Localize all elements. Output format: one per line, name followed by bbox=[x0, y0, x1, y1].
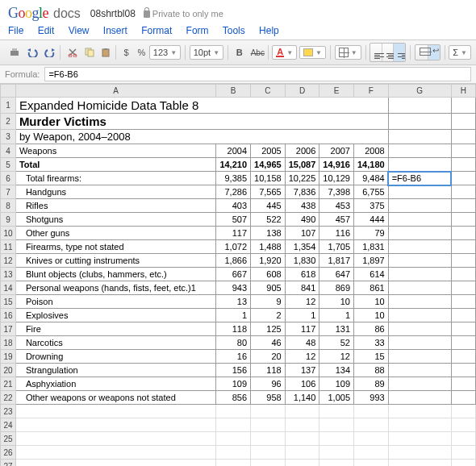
row-header[interactable]: 3 bbox=[1, 130, 16, 144]
cell[interactable] bbox=[451, 418, 475, 432]
cell[interactable] bbox=[388, 254, 451, 268]
cell[interactable] bbox=[388, 364, 451, 377]
paste-button[interactable] bbox=[97, 44, 111, 60]
cell[interactable]: 13 bbox=[216, 295, 251, 309]
cell[interactable]: 79 bbox=[354, 227, 389, 240]
cell[interactable]: 20 bbox=[251, 350, 286, 364]
row-header[interactable]: 13 bbox=[1, 268, 16, 281]
cell[interactable]: 86 bbox=[354, 322, 389, 336]
cell[interactable]: 1,354 bbox=[285, 240, 319, 254]
number-format-select[interactable]: 123▼ bbox=[149, 45, 181, 60]
cell[interactable] bbox=[285, 446, 319, 460]
row-header[interactable]: 9 bbox=[1, 213, 16, 227]
cell[interactable] bbox=[388, 185, 451, 199]
row-header[interactable]: 22 bbox=[1, 391, 16, 405]
align-right-button[interactable] bbox=[394, 44, 405, 61]
cell[interactable]: 375 bbox=[354, 199, 389, 213]
cell[interactable] bbox=[451, 98, 475, 114]
cell[interactable] bbox=[216, 432, 251, 446]
cell[interactable]: 10 bbox=[354, 295, 389, 309]
row-header[interactable]: 24 bbox=[1, 418, 16, 432]
cell[interactable]: 15 bbox=[354, 350, 389, 364]
cell[interactable] bbox=[451, 336, 475, 350]
cell[interactable]: 117 bbox=[216, 227, 251, 240]
cell[interactable] bbox=[451, 391, 475, 405]
cell[interactable] bbox=[15, 432, 216, 446]
row-header[interactable]: 18 bbox=[1, 336, 16, 350]
cell[interactable]: Asphyxiation bbox=[15, 377, 216, 391]
row-header[interactable]: 27 bbox=[1, 460, 16, 467]
document-name[interactable]: 08shrtbl08 bbox=[90, 8, 136, 19]
column-header[interactable]: D bbox=[285, 85, 319, 98]
cell[interactable]: Firearms, type not stated bbox=[15, 240, 216, 254]
cell[interactable]: 33 bbox=[354, 336, 389, 350]
cell[interactable]: Knives or cutting instruments bbox=[15, 254, 216, 268]
cell[interactable] bbox=[216, 418, 251, 432]
cell[interactable] bbox=[388, 240, 451, 254]
row-header[interactable]: 15 bbox=[1, 295, 16, 309]
cell[interactable]: 138 bbox=[251, 227, 286, 240]
cell[interactable] bbox=[15, 418, 216, 432]
menu-tools[interactable]: Tools bbox=[223, 25, 245, 36]
cell[interactable] bbox=[251, 460, 286, 467]
cell[interactable]: 109 bbox=[216, 377, 251, 391]
cell[interactable]: 10,129 bbox=[319, 172, 354, 185]
cell[interactable]: 841 bbox=[285, 281, 319, 295]
cell[interactable]: 12 bbox=[285, 350, 319, 364]
cell[interactable]: Narcotics bbox=[15, 336, 216, 350]
spreadsheet-grid[interactable]: ABCDEFGH1Expanded Homicide Data Table 82… bbox=[0, 84, 476, 466]
column-header[interactable]: C bbox=[251, 85, 286, 98]
cell[interactable]: 80 bbox=[216, 336, 251, 350]
cell[interactable]: 1,831 bbox=[354, 240, 389, 254]
cell[interactable] bbox=[451, 377, 475, 391]
cell[interactable] bbox=[451, 227, 475, 240]
cell[interactable]: Murder Victims bbox=[15, 114, 388, 130]
cell[interactable] bbox=[354, 432, 389, 446]
cell[interactable]: 1,488 bbox=[251, 240, 286, 254]
row-header[interactable]: 5 bbox=[1, 158, 16, 172]
print-button[interactable] bbox=[5, 44, 20, 60]
cell[interactable]: Total firearms: bbox=[15, 172, 216, 185]
cell[interactable] bbox=[216, 460, 251, 467]
cell[interactable]: 1,005 bbox=[319, 391, 354, 405]
cell[interactable] bbox=[451, 158, 475, 172]
selected-cell[interactable] bbox=[388, 172, 451, 185]
cell[interactable] bbox=[388, 460, 451, 467]
cell[interactable] bbox=[451, 114, 475, 130]
cell[interactable] bbox=[388, 158, 451, 172]
cell[interactable]: 453 bbox=[319, 199, 354, 213]
cell[interactable] bbox=[388, 446, 451, 460]
cell[interactable]: 118 bbox=[251, 364, 286, 377]
cell[interactable]: 1 bbox=[285, 309, 319, 322]
bold-button[interactable]: B bbox=[232, 44, 244, 60]
menu-view[interactable]: View bbox=[69, 25, 90, 36]
cell[interactable] bbox=[451, 460, 475, 467]
cell[interactable] bbox=[451, 254, 475, 268]
row-header[interactable]: 16 bbox=[1, 309, 16, 322]
menu-insert[interactable]: Insert bbox=[103, 25, 127, 36]
cell[interactable] bbox=[15, 446, 216, 460]
cell[interactable]: 1,817 bbox=[319, 254, 354, 268]
cell[interactable] bbox=[319, 446, 354, 460]
cell[interactable]: by Weapon, 2004–2008 bbox=[15, 130, 388, 144]
menu-edit[interactable]: Edit bbox=[38, 25, 55, 36]
cell[interactable] bbox=[251, 405, 286, 418]
redo-button[interactable] bbox=[40, 44, 56, 60]
cell[interactable]: 2006 bbox=[285, 144, 319, 158]
cell[interactable] bbox=[451, 213, 475, 227]
cell[interactable] bbox=[216, 405, 251, 418]
cell[interactable] bbox=[319, 405, 354, 418]
cell[interactable]: Total bbox=[15, 158, 216, 172]
cell[interactable]: 438 bbox=[285, 199, 319, 213]
cell[interactable]: Drowning bbox=[15, 350, 216, 364]
cell[interactable]: 14,916 bbox=[319, 158, 354, 172]
column-header[interactable]: G bbox=[388, 85, 451, 98]
cell[interactable] bbox=[451, 172, 475, 185]
cell[interactable] bbox=[388, 130, 451, 144]
cell[interactable]: 137 bbox=[285, 364, 319, 377]
cell[interactable]: 125 bbox=[251, 322, 286, 336]
row-header[interactable]: 20 bbox=[1, 364, 16, 377]
cell[interactable]: 9,385 bbox=[216, 172, 251, 185]
cell[interactable]: 457 bbox=[319, 213, 354, 227]
row-header[interactable]: 7 bbox=[1, 185, 16, 199]
